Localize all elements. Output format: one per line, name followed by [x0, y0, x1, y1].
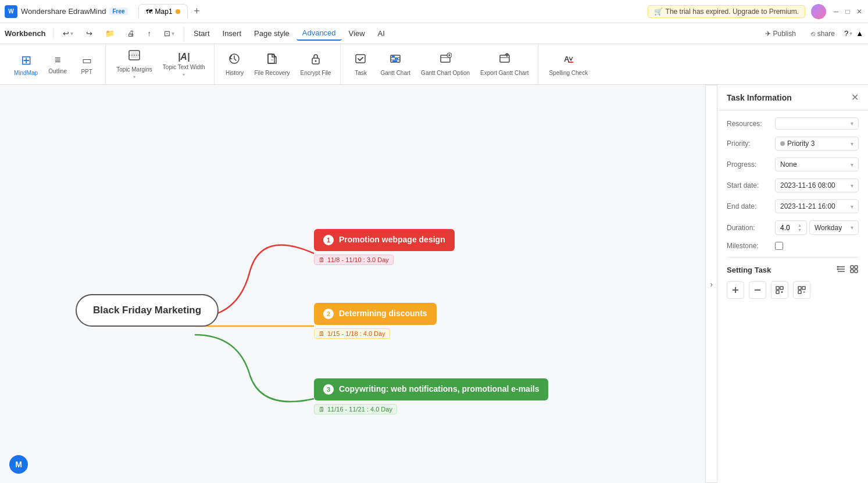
- menu-folder[interactable]: 📁: [99, 27, 120, 40]
- menu-start[interactable]: Start: [188, 27, 215, 40]
- collapse-chevron-icon: ›: [710, 280, 713, 289]
- canvas[interactable]: Black Friday Marketing 1 Promotion webpa…: [0, 85, 705, 483]
- duration-field-row: Duration: 4.0 ▲ ▼ Workday ▾: [727, 220, 859, 235]
- help-button[interactable]: ? ▾: [844, 29, 852, 38]
- topic-margins-button[interactable]: Topic Margins ▾: [112, 46, 157, 82]
- share-icon: ⎋: [811, 30, 815, 38]
- branch1-label: Promotion webpage design: [339, 235, 445, 244]
- app-name: Wondershare EdrawMind: [21, 7, 106, 16]
- svg-rect-7: [356, 55, 365, 63]
- panel-close-button[interactable]: ✕: [851, 92, 859, 103]
- end-date-chevron-icon: ▾: [851, 203, 853, 210]
- branch1-date: 🗓 11/8 - 11/10 : 3.0 Day: [314, 255, 394, 265]
- branch-node-3[interactable]: 3 Copywriting: web notifications, promot…: [314, 378, 548, 414]
- share-label: share: [817, 30, 835, 38]
- main-area: Black Friday Marketing 1 Promotion webpa…: [0, 85, 868, 483]
- more-chevron-icon: ▾: [172, 30, 174, 37]
- undo-chevron-icon: ▾: [70, 30, 73, 37]
- branch-node-2[interactable]: 2 Determining discounts 🗓 1/15 - 1/18 : …: [314, 303, 437, 339]
- progress-select[interactable]: None ▾: [775, 158, 859, 171]
- menu-ai[interactable]: AI: [372, 27, 391, 40]
- topic-text-width-icon: |A|: [178, 52, 190, 62]
- duration-stepper[interactable]: 4.0 ▲ ▼: [775, 220, 807, 235]
- svg-rect-30: [851, 266, 853, 269]
- gantt-chart-button[interactable]: Gantt Chart: [376, 50, 415, 78]
- menu-more[interactable]: ⊡ ▾: [158, 27, 180, 40]
- setting-task-label: Setting Task: [727, 266, 771, 274]
- collapse-task-button[interactable]: [793, 281, 810, 299]
- svg-rect-12: [395, 58, 398, 60]
- setting-task-list-icon[interactable]: [837, 264, 846, 276]
- add-task-button[interactable]: [727, 281, 744, 299]
- toolbar-spell-section: A Spelling Check: [540, 44, 597, 84]
- duration-unit-chevron-icon: ▾: [851, 224, 853, 231]
- task-button[interactable]: Task: [347, 50, 374, 78]
- panel-collapse-button[interactable]: ›: [705, 85, 717, 483]
- branch-node-1[interactable]: 1 Promotion webpage design 🗓 11/8 - 11/1…: [314, 229, 455, 265]
- central-node[interactable]: Black Friday Marketing: [76, 294, 219, 327]
- close-button[interactable]: ✕: [855, 8, 863, 16]
- workbench-label[interactable]: Workbench: [5, 29, 46, 38]
- start-date-field-row: Start date: 2023-11-16 08:00 ▾: [727, 178, 859, 192]
- mindmap-icon: ⊞: [21, 53, 31, 68]
- spelling-check-button[interactable]: A Spelling Check: [544, 50, 592, 78]
- tab-map1[interactable]: 🗺 Map1: [138, 4, 188, 19]
- publish-button[interactable]: ✈ Publish: [759, 27, 802, 40]
- milestone-checkbox[interactable]: [775, 242, 783, 250]
- resources-field-row: Resources: ▾: [727, 117, 859, 130]
- priority-label: Priority:: [727, 139, 770, 148]
- resources-input[interactable]: ▾: [775, 117, 859, 130]
- undo-icon: ↩: [63, 29, 69, 38]
- trial-text: The trial has expired. Upgrade to Premiu…: [666, 8, 799, 16]
- duration-up-icon[interactable]: ▲: [798, 223, 802, 227]
- export-gantt-chart-button[interactable]: Export Gantt Chart: [476, 50, 533, 78]
- priority-select[interactable]: Priority 3 ▾: [775, 137, 859, 151]
- panel-title: Task Information: [727, 93, 792, 102]
- start-date-input[interactable]: 2023-11-16 08:00 ▾: [775, 178, 859, 192]
- menu-export[interactable]: ↑: [142, 27, 158, 40]
- svg-rect-32: [851, 270, 853, 273]
- menu-view[interactable]: View: [343, 27, 371, 40]
- gantt-chart-option-button[interactable]: Gantt Chart Option: [416, 50, 474, 78]
- export-gantt-chart-label: Export Gantt Chart: [480, 70, 528, 76]
- menu-insert[interactable]: Insert: [217, 27, 248, 40]
- gantt-chart-icon: [389, 52, 402, 68]
- duration-unit-select[interactable]: Workday ▾: [809, 220, 859, 235]
- end-date-input[interactable]: 2023-11-21 16:00 ▾: [775, 199, 859, 213]
- menu-undo[interactable]: ↩ ▾: [57, 27, 79, 40]
- svg-point-6: [315, 60, 317, 62]
- collapse-panel-button[interactable]: ▲: [856, 29, 863, 38]
- mindmap-button[interactable]: ⊞ MindMap: [9, 51, 42, 78]
- file-recovery-button[interactable]: File Recovery: [249, 50, 294, 78]
- menu-bar: Workbench ↩ ▾ ↪ 📁 🖨 ↑ ⊡ ▾ Start Insert P…: [0, 23, 868, 44]
- topic-text-width-button[interactable]: |A| Topic Text Width ▾: [158, 49, 210, 80]
- toolbar-task-section: Task Gantt Chart Gantt Chart Option Expo…: [342, 44, 538, 84]
- maximize-button[interactable]: □: [844, 8, 852, 16]
- user-avatar[interactable]: [811, 4, 826, 19]
- publish-icon: ✈: [765, 30, 771, 38]
- menu-redo[interactable]: ↪: [80, 27, 98, 40]
- encrypt-file-button[interactable]: Encrypt File: [296, 50, 336, 78]
- setting-task-grid-icon[interactable]: [849, 264, 859, 276]
- minimize-button[interactable]: ─: [832, 8, 840, 16]
- outline-button[interactable]: ≡ Outline: [44, 52, 72, 77]
- share-button[interactable]: ⎋ share: [805, 27, 841, 40]
- svg-rect-44: [798, 291, 801, 294]
- remove-task-button[interactable]: [749, 281, 766, 299]
- trial-banner[interactable]: 🛒 The trial has expired. Upgrade to Prem…: [648, 5, 805, 18]
- branch2-date: 🗓 1/15 - 1/18 : 4.0 Day: [314, 328, 390, 339]
- branch1-num: 1: [323, 235, 334, 245]
- ppt-button[interactable]: ▭ PPT: [73, 52, 101, 77]
- expand-task-button[interactable]: [771, 281, 788, 299]
- duration-down-icon[interactable]: ▼: [798, 228, 802, 232]
- menu-advanced[interactable]: Advanced: [297, 26, 342, 41]
- menu-print[interactable]: 🖨: [122, 27, 141, 40]
- menu-page-style[interactable]: Page style: [248, 27, 295, 40]
- help-chevron-icon: ▾: [849, 30, 852, 37]
- add-tab-button[interactable]: +: [190, 5, 204, 19]
- file-recovery-label: File Recovery: [254, 70, 290, 76]
- encrypt-file-icon: [309, 52, 322, 68]
- history-button[interactable]: History: [220, 50, 248, 78]
- branch2-label: Determining discounts: [339, 309, 427, 318]
- spelling-check-label: Spelling Check: [549, 70, 588, 76]
